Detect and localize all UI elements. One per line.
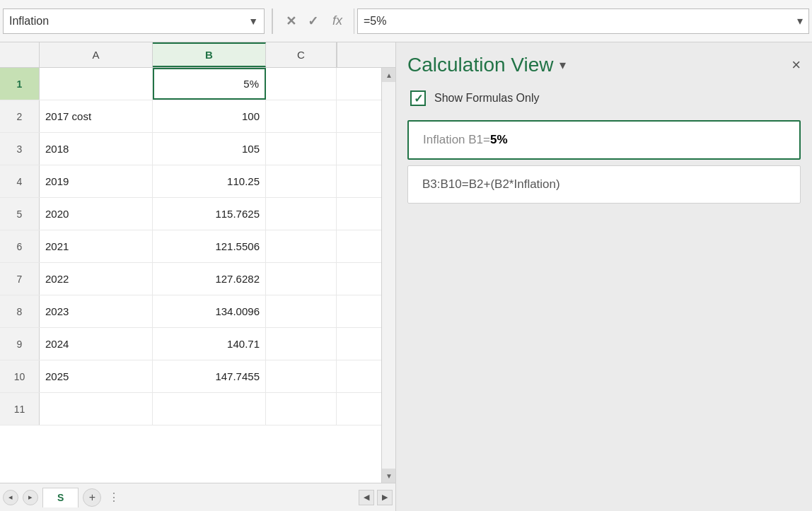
- row-num-7: 7: [0, 263, 40, 295]
- fx-icon[interactable]: fx: [330, 13, 345, 28]
- cell-c11[interactable]: [266, 393, 337, 425]
- name-box-container: ▼: [3, 8, 265, 34]
- formula-input[interactable]: [364, 15, 797, 28]
- vertical-scrollbar[interactable]: ▲ ▼: [381, 68, 395, 483]
- formula1-value: 5%: [490, 133, 508, 146]
- cell-a9[interactable]: 2024: [40, 328, 153, 360]
- cell-b9[interactable]: 140.71: [153, 328, 266, 360]
- calc-view-close-button[interactable]: ×: [791, 56, 801, 74]
- table-row: 6 2021 121.5506: [0, 230, 381, 263]
- formula-expand-icon[interactable]: ▾: [797, 14, 803, 28]
- sheet-scroll-left[interactable]: ◀: [359, 490, 374, 505]
- row-num-9: 9: [0, 328, 40, 360]
- row-num-header-corner: [0, 42, 40, 67]
- cell-b8[interactable]: 134.0096: [153, 295, 266, 327]
- cell-b2[interactable]: 100: [153, 100, 266, 132]
- sheet-nav-next[interactable]: ▸: [23, 490, 38, 505]
- table-row: 8 2023 134.0096: [0, 295, 381, 328]
- formula1-ref: Inflation B1=: [423, 133, 490, 146]
- table-row: 7 2022 127.6282: [0, 263, 381, 295]
- cell-c10[interactable]: [266, 360, 337, 392]
- formula-icons: ✕ ✓ fx: [280, 13, 351, 29]
- row-num-3: 3: [0, 133, 40, 165]
- scroll-track[interactable]: [382, 82, 395, 469]
- sheet-scroll-right[interactable]: ▶: [377, 490, 393, 505]
- table-row: 9 2024 140.71: [0, 328, 381, 360]
- spreadsheet-container: A B C 1 5% 2 2017 cost 100: [0, 42, 396, 511]
- sheet-more-icon[interactable]: ⋮: [105, 491, 122, 504]
- row-num-4: 4: [0, 165, 40, 197]
- scroll-up-button[interactable]: ▲: [382, 68, 395, 82]
- col-header-b[interactable]: B: [153, 42, 266, 67]
- cell-a5[interactable]: 2020: [40, 198, 153, 230]
- cell-b7[interactable]: 127.6282: [153, 263, 266, 295]
- formula-card-1[interactable]: Inflation B1=5%: [407, 120, 801, 160]
- formula-bar-separator: [272, 8, 273, 34]
- cell-c5[interactable]: [266, 198, 337, 230]
- cell-c1[interactable]: [266, 68, 337, 100]
- calc-view-header: Calculation View ▾ ×: [407, 54, 801, 76]
- formula-input-container: ▾: [357, 8, 809, 34]
- cell-b10[interactable]: 147.7455: [153, 360, 266, 392]
- table-row: 3 2018 105: [0, 133, 381, 165]
- cell-a11[interactable]: [40, 393, 153, 425]
- cell-b5[interactable]: 115.7625: [153, 198, 266, 230]
- table-row: 5 2020 115.7625: [0, 198, 381, 230]
- sheet-nav-prev[interactable]: ◂: [3, 490, 18, 505]
- calc-view-title-row: Calculation View ▾: [407, 54, 566, 76]
- cell-a6[interactable]: 2021: [40, 230, 153, 262]
- table-row: 10 2025 147.7455: [0, 360, 381, 393]
- cell-c3[interactable]: [266, 133, 337, 165]
- cell-c9[interactable]: [266, 328, 337, 360]
- cell-a7[interactable]: 2022: [40, 263, 153, 295]
- table-row: 2 2017 cost 100: [0, 100, 381, 133]
- show-formulas-checkbox[interactable]: ✓: [410, 90, 426, 106]
- main-area: A B C 1 5% 2 2017 cost 100: [0, 42, 812, 511]
- cell-c4[interactable]: [266, 165, 337, 197]
- row-num-8: 8: [0, 295, 40, 327]
- cell-b11[interactable]: [153, 393, 266, 425]
- col-header-c[interactable]: C: [266, 42, 337, 67]
- confirm-formula-icon[interactable]: ✓: [308, 13, 318, 29]
- cell-a10[interactable]: 2025: [40, 360, 153, 392]
- row-num-6: 6: [0, 230, 40, 262]
- formula-card-2[interactable]: B3:B10=B2+(B2*Inflation): [407, 165, 801, 204]
- cell-c7[interactable]: [266, 263, 337, 295]
- scroll-down-button[interactable]: ▼: [382, 469, 395, 483]
- spreadsheet-body: 1 5% 2 2017 cost 100 3 2018 105: [0, 68, 395, 483]
- name-box-input[interactable]: [9, 15, 248, 28]
- cancel-formula-icon[interactable]: ✕: [286, 13, 296, 29]
- scroll-col-header: [337, 42, 351, 67]
- show-formulas-label: Show Formulas Only: [434, 92, 540, 105]
- table-row: 1 5%: [0, 68, 381, 100]
- cell-b3[interactable]: 105: [153, 133, 266, 165]
- cell-a1[interactable]: [40, 68, 153, 100]
- cell-b6[interactable]: 121.5506: [153, 230, 266, 262]
- cell-c6[interactable]: [266, 230, 337, 262]
- table-row: 11: [0, 393, 381, 425]
- cell-a4[interactable]: 2019: [40, 165, 153, 197]
- add-sheet-button[interactable]: +: [83, 488, 101, 507]
- calc-view-title: Calculation View: [407, 54, 554, 76]
- cell-c8[interactable]: [266, 295, 337, 327]
- row-num-1: 1: [0, 68, 40, 100]
- cell-a2[interactable]: 2017 cost: [40, 100, 153, 132]
- sheet-tabs: ◂ ▸ S + ⋮ ◀ ▶: [0, 483, 395, 511]
- sheet-tab-s[interactable]: S: [42, 488, 79, 507]
- cell-a3[interactable]: 2018: [40, 133, 153, 165]
- cell-b1[interactable]: 5%: [153, 68, 266, 100]
- sheet-arrows: ◀ ▶: [359, 490, 393, 505]
- name-box-dropdown-icon[interactable]: ▼: [248, 16, 258, 27]
- calc-view-dropdown-icon[interactable]: ▾: [559, 57, 566, 73]
- cell-b4[interactable]: 110.25: [153, 165, 266, 197]
- rows-container: 1 5% 2 2017 cost 100 3 2018 105: [0, 68, 381, 483]
- show-formulas-row: ✓ Show Formulas Only: [407, 90, 801, 106]
- formula-divider: [354, 8, 354, 34]
- table-row: 4 2019 110.25: [0, 165, 381, 198]
- row-num-2: 2: [0, 100, 40, 132]
- formula-bar: ▼ ✕ ✓ fx ▾: [0, 0, 812, 42]
- row-num-11: 11: [0, 393, 40, 425]
- cell-c2[interactable]: [266, 100, 337, 132]
- cell-a8[interactable]: 2023: [40, 295, 153, 327]
- col-header-a[interactable]: A: [40, 42, 153, 67]
